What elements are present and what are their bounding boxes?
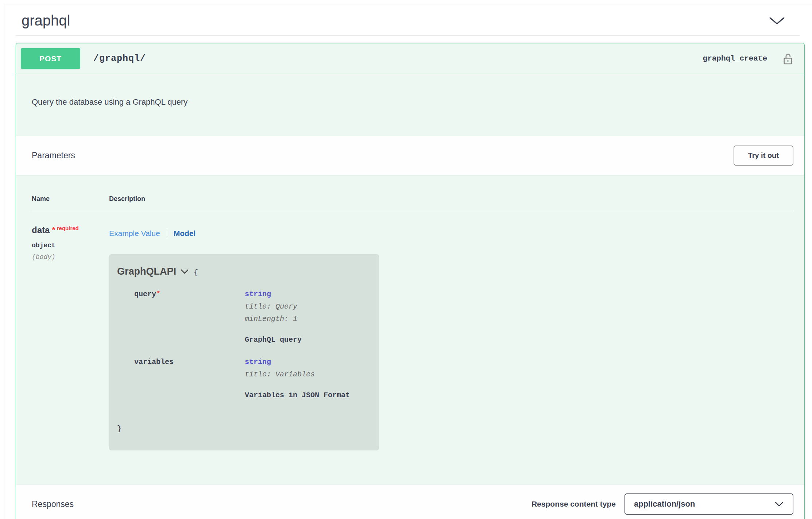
method-badge: POST: [21, 48, 80, 69]
response-content-type-label: Response content type: [531, 500, 616, 508]
model-title-row: GraphQLAPI {: [117, 266, 368, 277]
unlocked-padlock-icon[interactable]: [782, 53, 793, 65]
property-type: string: [245, 356, 368, 368]
table-row: data*required object (body) Example Valu…: [32, 211, 793, 450]
try-it-out-button[interactable]: Try it out: [734, 146, 793, 166]
parameter-description-column: Example Value Model GraphQLAPI: [109, 225, 793, 450]
chevron-down-icon[interactable]: [769, 16, 785, 25]
operation-id: graphql_create: [703, 54, 767, 63]
model-property-variables: variables string title: Variables Variab…: [117, 356, 368, 400]
property-type: string: [245, 288, 368, 301]
model-example-tabs: Example Value Model: [109, 229, 793, 238]
property-description: Variables in JSON Format: [245, 390, 368, 400]
opblock-post-graphql: POST /graphql/ graphql_create Query the …: [16, 43, 805, 519]
model-title[interactable]: GraphQLAPI: [117, 266, 176, 277]
property-description: GraphQL query: [245, 335, 368, 345]
column-header-name: Name: [32, 195, 109, 203]
property-minlength-attr: minLength: 1: [245, 313, 368, 325]
model-box: GraphQLAPI { query*: [109, 254, 379, 450]
open-brace: {: [194, 268, 198, 277]
operation-description: Query the database using a GraphQL query: [16, 74, 804, 136]
required-star: *: [52, 225, 55, 235]
property-required-star: *: [156, 290, 161, 298]
operation-path: /graphql/: [93, 53, 146, 64]
responses-header: Responses Response content type applicat…: [16, 485, 804, 519]
selected-content-type: application/json: [634, 499, 695, 509]
property-detail: string title: Query minLength: 1 GraphQL…: [245, 288, 368, 345]
chevron-down-icon[interactable]: [181, 269, 189, 274]
operation-summary[interactable]: POST /graphql/ graphql_create: [16, 43, 804, 74]
property-name: variables: [134, 356, 245, 400]
required-label: required: [57, 225, 79, 231]
parameter-name-text: data: [32, 225, 50, 235]
tab-model[interactable]: Model: [174, 229, 196, 238]
close-brace: }: [117, 425, 368, 433]
parameter-location: (body): [32, 253, 109, 261]
operation-body: Query the database using a GraphQL query…: [16, 74, 804, 519]
model-property-query: query* string title: Query minLength: 1 …: [117, 288, 368, 345]
tag-section-header[interactable]: graphql: [16, 4, 800, 36]
response-content-type-select[interactable]: application/json: [625, 493, 793, 515]
property-name-text: variables: [134, 358, 174, 366]
property-detail: string title: Variables Variables in JSO…: [245, 356, 368, 400]
parameters-header: Parameters Try it out: [16, 136, 804, 175]
property-title-attr: title: Variables: [245, 368, 368, 381]
parameter-name: data*required: [32, 225, 109, 235]
parameter-type: object: [32, 242, 109, 249]
tab-divider: [167, 229, 167, 238]
parameter-name-column: data*required object (body): [32, 225, 109, 450]
page-top-border: [4, 4, 812, 4]
tab-example-value[interactable]: Example Value: [109, 229, 160, 238]
property-name-text: query: [134, 290, 156, 298]
responses-title: Responses: [32, 499, 74, 509]
parameters-title: Parameters: [32, 151, 75, 160]
parameters-table-head: Name Description: [32, 195, 793, 211]
chevron-down-icon: [774, 501, 784, 507]
parameters-table: Name Description data*required object (b…: [16, 175, 804, 485]
response-content-type-group: Response content type application/json: [531, 493, 793, 515]
page-left-border: [4, 4, 4, 519]
property-name: query*: [134, 288, 245, 345]
tag-title: graphql: [22, 12, 70, 29]
property-title-attr: title: Query: [245, 301, 368, 313]
column-header-description: Description: [109, 195, 793, 203]
